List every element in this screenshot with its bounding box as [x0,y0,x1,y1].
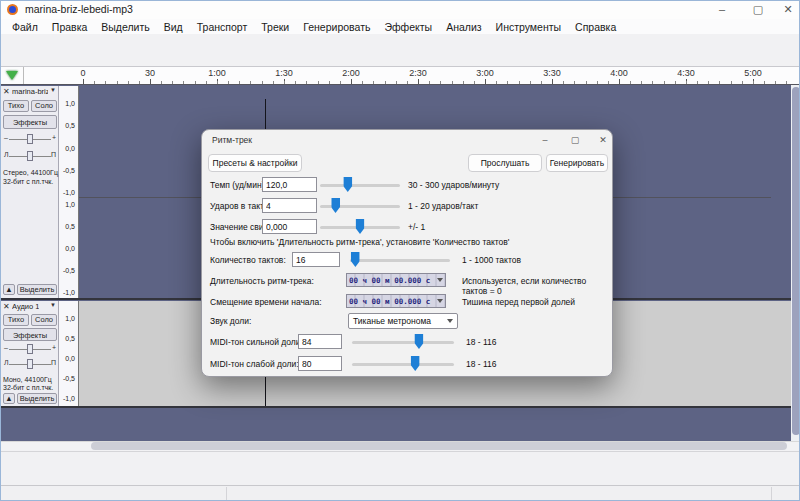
ruler-major-tick [418,79,419,84]
ruler-minor-tick [708,81,709,84]
ruler-minor-tick [217,81,218,84]
preview-button[interactable]: Прослушать [468,154,542,172]
midi-weak-input[interactable] [298,356,342,371]
track1-solo-button[interactable]: Соло [31,100,57,112]
vruler-label: 0,5 [65,223,75,230]
track1-menu-icon[interactable]: ▼ [50,87,56,93]
beats-slider[interactable] [320,198,400,214]
tempo-slider[interactable] [320,177,400,193]
ruler-minor-tick [206,81,207,84]
ruler-minor-tick [318,81,319,84]
track1-control-panel[interactable]: ✕ marina-briz-l ▼ Тихо Соло Эффекты – + … [1,86,59,298]
generate-button[interactable]: Генерировать [546,154,608,172]
swing-slider[interactable] [320,219,400,235]
dialog-close-icon[interactable]: ✕ [590,132,616,150]
track2-gain-slider[interactable]: – + [1,343,59,355]
track2-control-panel[interactable]: ✕ Аудио 1 ▼ Тихо Соло Эффекты – + Л П Мо… [1,301,59,406]
duration-row: Длительность ритм-трека: 00 ч 00 м 00.00… [202,273,612,289]
ruler-minor-tick [329,81,330,84]
presets-button[interactable]: Пресеты & настройки [208,154,302,172]
offset-range: Тишина перед первой долей [462,297,575,307]
rhythm-track-dialog: Ритм-трек – ▢ ✕ Пресеты & настройки Прос… [201,129,613,377]
vruler-label: -1,0 [63,189,75,196]
ruler-label: 5:00 [744,68,762,78]
track1-effects-button[interactable]: Эффекты [3,115,57,129]
ruler-minor-tick [530,81,531,84]
ruler-minor-tick [396,81,397,84]
swing-row: Значение свинга: +/- 1 [202,219,612,235]
menu-Эффекты[interactable]: Эффекты [377,21,439,33]
track1-select-button[interactable]: Выделить [17,284,57,295]
menu-Треки[interactable]: Треки [254,21,296,33]
menu-Анализ[interactable]: Анализ [439,21,488,33]
swing-input[interactable] [262,219,317,234]
track1-collapse-button[interactable]: ▲ [3,284,15,295]
horizontal-scrollbar-thumb[interactable] [91,442,787,450]
audacity-logo-icon [7,4,18,15]
vertical-scrollbar-thumb[interactable] [792,87,800,435]
beats-input[interactable] [262,198,317,213]
ruler-minor-tick [440,81,441,84]
track2-collapse-button[interactable]: ▲ [3,393,15,404]
dialog-minimize-icon[interactable]: – [532,132,558,150]
vruler-label: -1,0 [63,395,75,402]
menu-Генерировать[interactable]: Генерировать [296,21,377,33]
timeline-options-button[interactable] [1,67,24,84]
track2-effects-button[interactable]: Эффекты [3,328,57,341]
track1-mute-button[interactable]: Тихо [3,100,29,112]
track2-menu-icon[interactable]: ▼ [50,302,56,308]
track2-pan-slider[interactable]: Л П [1,358,59,370]
ruler-minor-tick [731,81,732,84]
menu-Справка[interactable]: Справка [568,21,623,33]
track1-close-icon[interactable]: ✕ [3,87,10,96]
ruler-minor-tick [586,81,587,84]
track2-solo-button[interactable]: Соло [31,314,57,326]
ruler-minor-tick [306,81,307,84]
menu-Инструменты[interactable]: Инструменты [489,21,568,33]
beat-sound-combo[interactable]: Тиканье метронома [348,313,458,329]
ruler-major-tick [552,79,553,84]
ruler-minor-tick [630,81,631,84]
midi-weak-slider[interactable] [352,356,454,372]
track1-pan-slider[interactable]: Л П [1,150,59,162]
bars-slider[interactable] [350,252,450,268]
midi-weak-row: MIDI-тон слабой доли: 18 - 116 [202,356,612,372]
ruler-minor-tick [362,81,363,84]
minimize-button[interactable]: – [707,1,737,19]
ruler-major-tick [485,79,486,84]
timeline-pin-icon [6,71,18,80]
ruler-minor-tick [786,81,787,84]
ruler-minor-tick [764,81,765,84]
track2-select-button[interactable]: Выделить [17,393,57,404]
track2-name[interactable]: Аудио 1 [12,302,39,311]
menu-Вид[interactable]: Вид [157,21,190,33]
offset-time-field[interactable]: 00 ч 00 м 00.000 с [346,294,446,308]
tempo-range: 30 - 300 ударов/минуту [408,180,499,190]
duration-time-field[interactable]: 00 ч 00 м 00.000 с [346,273,446,287]
track2-close-icon[interactable]: ✕ [3,302,10,311]
menu-Файл[interactable]: Файл [5,21,45,33]
beat-sound-row: Звук доли: Тиканье метронома [202,313,612,329]
track1-gain-slider[interactable]: – + [1,133,59,145]
ruler-minor-tick [117,81,118,84]
maximize-button[interactable]: ▢ [743,1,773,19]
ruler-minor-tick [128,81,129,84]
ruler-minor-tick [161,81,162,84]
timeline-ruler[interactable]: 0301:001:302:002:303:003:304:004:305:00 [1,67,800,85]
menu-Транспорт[interactable]: Транспорт [190,21,255,33]
menu-Правка[interactable]: Правка [45,21,94,33]
midi-weak-label: MIDI-тон слабой доли: [210,359,299,369]
ruler-label: 1:30 [275,68,293,78]
midi-strong-slider[interactable] [352,334,454,350]
tempo-input[interactable] [262,177,317,192]
dialog-maximize-icon[interactable]: ▢ [562,132,588,150]
track2-mute-button[interactable]: Тихо [3,314,29,326]
ruler-minor-tick [273,81,274,84]
track1-name[interactable]: marina-briz-l [12,87,48,96]
bars-input[interactable] [292,252,340,267]
close-button[interactable]: ✕ [775,1,800,19]
midi-strong-input[interactable] [298,334,342,349]
ruler-minor-tick [563,81,564,84]
menu-Выделить[interactable]: Выделить [94,21,156,33]
vruler-label: -0,5 [63,375,75,382]
